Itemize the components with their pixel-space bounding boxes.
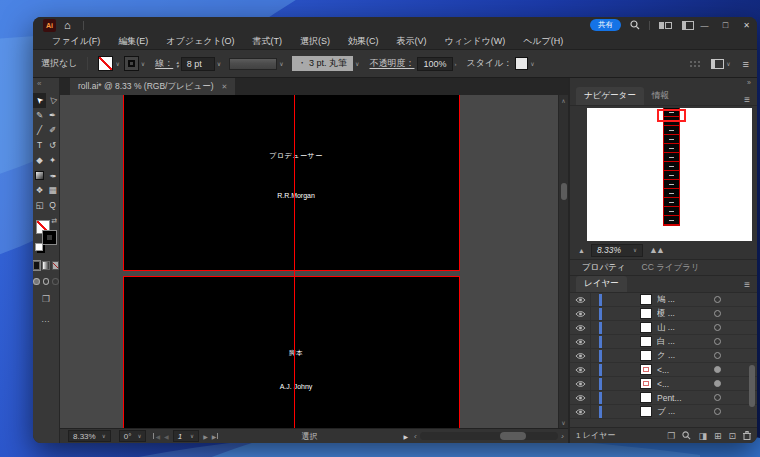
type-tool[interactable]: T [33,138,46,153]
navigator-zoom-value[interactable]: 8.33%∨ [591,244,643,257]
visibility-eye-icon[interactable] [570,310,590,318]
step-down-icon[interactable]: ▾ [176,64,179,68]
next-artboard-icon[interactable]: ▶ [203,433,208,440]
eyedropper-tool[interactable]: ✒ [46,168,59,183]
layer-row[interactable]: <... [570,363,757,377]
layer-name[interactable]: Pent... [657,393,714,403]
layer-name[interactable]: 榎 ... [657,308,714,320]
artboard1-name-text[interactable]: R.R.Morgan [277,192,315,199]
stroke-label[interactable]: 線： [155,57,173,70]
direct-selection-tool[interactable]: ▷ [46,93,59,108]
chevron-down-icon[interactable]: ∨ [217,60,221,67]
default-fill-stroke-icon[interactable] [35,243,43,251]
layer-thumbnail[interactable] [640,364,652,375]
hand-tool[interactable]: ❖ [33,183,46,198]
layer-name[interactable]: 山 ... [657,322,714,334]
search-icon[interactable] [630,20,640,30]
horizontal-scrollbar[interactable]: ‹ › [414,432,564,441]
layer-thumbnail[interactable] [640,294,652,305]
visibility-eye-icon[interactable] [570,394,590,402]
artboard-1[interactable]: プロデューサー R.R.Morgan [123,95,460,271]
new-sublayer-icon[interactable]: ⊞ [714,431,722,441]
pen-tool[interactable]: ✒ [46,108,59,123]
arrange-documents-icon[interactable] [659,22,673,29]
visibility-eye-icon[interactable] [570,408,590,416]
menu-item[interactable]: 書式(T) [244,35,292,48]
target-circle-icon[interactable] [714,380,721,387]
symbol-sprayer-tool[interactable]: ▦ [46,183,59,198]
layers-scroll-thumb[interactable] [749,365,755,407]
expand-panels-icon[interactable]: » [747,79,751,86]
more-tools-button[interactable]: … [33,314,59,324]
maximize-button[interactable]: □ [715,17,736,33]
vertical-scrollbar[interactable]: ∧ ∨ [558,95,568,428]
chevron-down-icon[interactable]: ∨ [633,247,637,253]
horizontal-scroll-thumb[interactable] [500,432,526,440]
target-circle-icon[interactable] [714,352,721,359]
visibility-eye-icon[interactable] [570,296,590,304]
menu-item[interactable]: オブジェクト(O) [157,35,243,48]
scroll-right-icon[interactable]: › [561,432,564,441]
zoom-out-icon[interactable]: ▲ [578,247,585,254]
home-icon[interactable]: ⌂ [64,20,71,30]
target-circle-icon[interactable] [714,394,721,401]
opacity-value[interactable]: 100% [417,57,452,71]
share-button[interactable]: 共有 [590,19,621,31]
chevron-down-icon[interactable]: ∨ [141,60,145,67]
gradient-button[interactable] [42,261,49,270]
brush-definition[interactable]: ・ 3 pt. 丸筆 [292,56,354,71]
panel-menu-icon[interactable]: ≡ [744,94,757,105]
target-circle-icon[interactable] [714,296,721,303]
opacity-label[interactable]: 不透明度： [369,57,414,70]
workspace-icon[interactable] [711,59,724,69]
prev-artboard-icon[interactable]: ◀ [164,433,169,440]
none-button[interactable] [52,261,59,270]
line-segment-tool[interactable]: ╱ [33,123,46,138]
menu-item[interactable]: ファイル(F) [43,35,109,48]
layer-thumbnail[interactable] [640,350,652,361]
delete-layer-icon[interactable] [743,431,751,440]
layer-row[interactable]: ブ ... [570,405,757,419]
layer-name[interactable]: <... [657,365,714,375]
stroke-swatch[interactable] [124,56,139,71]
layers-panel-menu-icon[interactable]: ≡ [744,279,757,290]
layers-scrollbar[interactable] [749,293,755,427]
collapse-panel-icon[interactable]: « [37,79,41,88]
scroll-down-icon[interactable]: ∨ [559,419,568,426]
target-circle-icon[interactable] [714,338,721,345]
close-button[interactable]: ✕ [736,17,757,33]
target-circle-icon[interactable] [714,324,721,331]
artboard1-title-text[interactable]: プロデューサー [269,151,322,161]
layer-name[interactable]: <... [657,379,714,389]
rotation-field[interactable]: 0°∨ [119,430,147,442]
fill-swatch[interactable] [98,56,113,71]
chevron-down-icon[interactable]: ∨ [355,60,359,67]
swap-fill-stroke-icon[interactable]: ⇄ [51,217,57,225]
artboard2-title-text[interactable]: 脚本 [289,349,303,358]
workspace-switcher-icon[interactable] [682,21,694,30]
menu-item[interactable]: 効果(C) [339,35,388,48]
navigator-thumbnail-area[interactable] [587,108,752,241]
width-profile-preview[interactable] [229,58,277,70]
visibility-eye-icon[interactable] [570,366,590,374]
chevron-right-icon[interactable]: › [455,61,457,67]
clipping-mask-icon[interactable]: ◨ [698,431,707,441]
menu-item[interactable]: 表示(V) [388,35,436,48]
artboard-2[interactable]: 脚本 A.J. Johny [123,276,460,428]
chevron-down-icon[interactable]: ∨ [115,60,119,67]
canvas[interactable]: プロデューサー R.R.Morgan 脚本 A.J. Johny [60,95,558,428]
gradient-tool[interactable] [33,168,46,183]
target-circle-icon[interactable] [714,366,721,373]
artboard-tool[interactable]: ◱ [33,198,46,213]
stroke-weight-value[interactable]: 8 pt [181,57,215,71]
tab-info[interactable]: 情報 [644,87,677,105]
menu-item[interactable]: ウィンドウ(W) [436,35,515,48]
layer-thumbnail[interactable] [640,322,652,333]
locate-object-icon[interactable] [682,431,691,440]
eraser-tool[interactable]: ◆ [33,153,46,168]
navigator-viewbox[interactable] [657,109,686,122]
selection-tool[interactable]: ➤ [33,93,46,108]
chevron-down-icon[interactable]: ∨ [530,60,534,67]
layer-name[interactable]: ク ... [657,350,714,362]
layer-row[interactable]: 白 ... [570,335,757,349]
